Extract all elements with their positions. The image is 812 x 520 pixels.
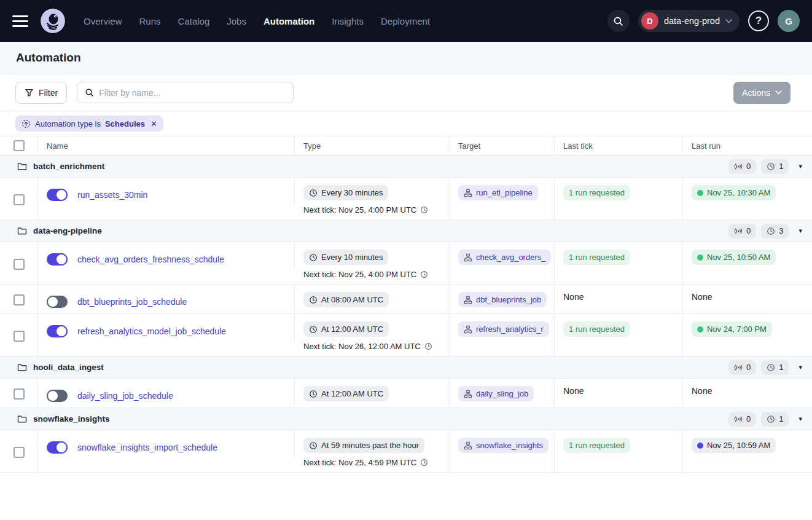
help-button[interactable]: ? bbox=[748, 10, 769, 31]
clock-icon bbox=[309, 296, 318, 304]
last-tick-text: 1 run requested bbox=[569, 188, 625, 197]
last-run-none: None bbox=[692, 292, 712, 302]
next-tick: Next tick: Nov 25, 4:59 PM UTC bbox=[303, 458, 440, 467]
hamburger-menu-icon[interactable] bbox=[12, 15, 28, 27]
last-run-text: Nov 24, 7:00 PM bbox=[707, 325, 767, 334]
filter-chip-label: Automation type is bbox=[35, 119, 101, 128]
page-header: Automation bbox=[0, 42, 812, 74]
nav-link-catalog[interactable]: Catalog bbox=[178, 16, 210, 26]
clock-icon bbox=[420, 206, 428, 214]
group-row-snowflake-insights[interactable]: snowflake_insights 0 1 ▾ bbox=[0, 408, 812, 430]
nav-link-insights[interactable]: Insights bbox=[332, 16, 364, 26]
group-row-hooli-data-ingest[interactable]: hooli_data_ingest 0 1 ▾ bbox=[0, 357, 812, 379]
automation-name-link[interactable]: snowflake_insights_import_schedule bbox=[77, 443, 217, 452]
table-row: dbt_blueprints_job_schedule At 08:00 AM … bbox=[0, 285, 812, 314]
schedule-toggle[interactable] bbox=[47, 189, 68, 201]
filter-button[interactable]: Filter bbox=[15, 82, 67, 104]
schedule-toggle[interactable] bbox=[47, 296, 68, 308]
last-run-text: Nov 25, 10:30 AM bbox=[707, 188, 770, 197]
target-pill[interactable]: run_etl_pipeline bbox=[458, 185, 538, 200]
sensor-count: 0 bbox=[746, 162, 751, 171]
schedule-count: 1 bbox=[779, 414, 783, 423]
last-run-pill[interactable]: Nov 25, 10:59 AM bbox=[692, 438, 776, 453]
schedule-count: 1 bbox=[779, 162, 783, 171]
last-run-pill[interactable]: Nov 25, 10:50 AM bbox=[692, 250, 776, 265]
last-run-pill[interactable]: Nov 24, 7:00 PM bbox=[692, 321, 772, 337]
row-checkbox[interactable] bbox=[14, 294, 25, 305]
target-name: daily_sling_job bbox=[476, 389, 528, 398]
automation-name-link[interactable]: check_avg_orders_freshness_schdule bbox=[77, 254, 224, 264]
sensor-count-badge: 0 bbox=[728, 360, 756, 375]
search-icon bbox=[613, 16, 623, 26]
automation-name-link[interactable]: daily_sling_job_schedule bbox=[77, 391, 173, 401]
next-tick-text: Next tick: Nov 25, 4:00 PM UTC bbox=[303, 205, 416, 215]
folder-icon bbox=[17, 162, 27, 171]
row-checkbox[interactable] bbox=[14, 194, 25, 205]
nav-link-runs[interactable]: Runs bbox=[139, 16, 161, 26]
dagster-logo-icon[interactable] bbox=[41, 9, 65, 33]
row-checkbox[interactable] bbox=[14, 259, 25, 270]
target-pill[interactable]: snowflake_insights bbox=[458, 438, 548, 453]
table-row: daily_sling_job_schedule At 12:00 AM UTC… bbox=[0, 379, 812, 408]
last-tick-pill: 1 run requested bbox=[563, 185, 630, 200]
automation-name-link[interactable]: run_assets_30min bbox=[77, 190, 147, 200]
schedule-count: 1 bbox=[779, 363, 783, 372]
row-checkbox[interactable] bbox=[14, 331, 25, 342]
remove-filter-icon[interactable]: ✕ bbox=[150, 119, 157, 128]
nav-link-automation[interactable]: Automation bbox=[264, 16, 314, 26]
run-success-dot bbox=[697, 190, 703, 196]
filter-button-label: Filter bbox=[39, 88, 58, 98]
target-pill[interactable]: dbt_blueprints_job bbox=[458, 292, 547, 307]
schedule-toggle[interactable] bbox=[47, 325, 68, 337]
target-name: dbt_blueprints_job bbox=[476, 295, 541, 304]
job-graph-icon bbox=[464, 390, 472, 398]
clock-icon bbox=[767, 415, 775, 423]
group-row-data-eng-pipeline[interactable]: data-eng-pipeline 0 3 ▾ bbox=[0, 220, 812, 242]
user-avatar[interactable]: G bbox=[778, 10, 800, 32]
schedule-type-pill: At 12:00 AM UTC bbox=[303, 386, 389, 401]
last-tick-text: 1 run requested bbox=[569, 325, 625, 334]
schedule-toggle[interactable] bbox=[47, 253, 68, 266]
search-button[interactable] bbox=[607, 10, 630, 32]
table-row: snowflake_insights_import_schedule At 59… bbox=[0, 430, 812, 473]
row-checkbox[interactable] bbox=[14, 447, 25, 458]
filter-chip-automation-type[interactable]: Automation type is Schedules ✕ bbox=[15, 116, 163, 132]
target-name: snowflake_insights bbox=[476, 441, 543, 450]
clock-icon bbox=[767, 363, 775, 372]
schedule-type: At 12:00 AM UTC bbox=[321, 389, 383, 398]
clock-icon bbox=[309, 441, 318, 450]
automation-name-link[interactable]: refresh_analytics_model_job_schedule bbox=[77, 326, 226, 336]
group-name: snowflake_insights bbox=[33, 414, 110, 423]
actions-button[interactable]: Actions bbox=[733, 82, 791, 104]
target-pill[interactable]: refresh_analytics_r bbox=[458, 321, 549, 337]
collapse-caret-icon[interactable]: ▾ bbox=[798, 162, 802, 170]
target-pill[interactable]: daily_sling_job bbox=[458, 386, 534, 401]
deployment-name: data-eng-prod bbox=[664, 16, 720, 26]
schedule-count-badge: 1 bbox=[761, 412, 789, 427]
collapse-caret-icon[interactable]: ▾ bbox=[798, 415, 802, 423]
job-graph-icon bbox=[464, 296, 472, 304]
nav-link-jobs[interactable]: Jobs bbox=[227, 16, 246, 26]
target-pill[interactable]: check_avg_orders_ bbox=[458, 250, 551, 265]
deployment-switcher[interactable]: D data-eng-prod bbox=[638, 10, 740, 32]
page-title: Automation bbox=[16, 51, 81, 65]
collapse-caret-icon[interactable]: ▾ bbox=[798, 227, 802, 235]
next-tick: Next tick: Nov 26, 12:00 AM UTC bbox=[303, 342, 440, 351]
automation-name-link[interactable]: dbt_blueprints_job_schedule bbox=[77, 297, 187, 307]
nav-link-deployment[interactable]: Deployment bbox=[381, 16, 430, 26]
schedule-toggle[interactable] bbox=[47, 390, 68, 402]
active-filters-row: Automation type is Schedules ✕ bbox=[0, 111, 812, 136]
last-run-pill[interactable]: Nov 25, 10:30 AM bbox=[692, 185, 776, 200]
row-checkbox[interactable] bbox=[14, 388, 25, 400]
nav-right: D data-eng-prod ? G bbox=[607, 10, 800, 32]
avatar-initial: G bbox=[785, 16, 792, 26]
name-filter-input[interactable] bbox=[99, 88, 286, 98]
collapse-caret-icon[interactable]: ▾ bbox=[798, 363, 802, 371]
group-row-batch-enrichment[interactable]: batch_enrichment 0 1 ▾ bbox=[0, 156, 812, 178]
job-graph-icon bbox=[464, 189, 472, 197]
sensor-icon bbox=[734, 415, 743, 423]
schedule-toggle[interactable] bbox=[47, 441, 68, 454]
select-all-checkbox[interactable] bbox=[14, 140, 25, 151]
column-header-last-run: Last run bbox=[683, 136, 812, 155]
nav-link-overview[interactable]: Overview bbox=[84, 16, 122, 26]
